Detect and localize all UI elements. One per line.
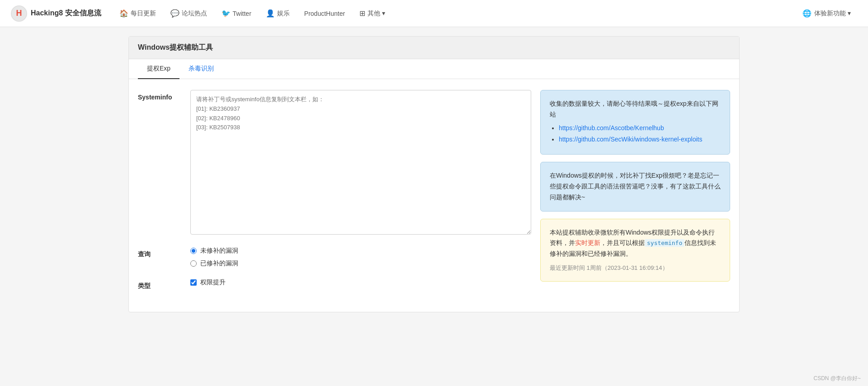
experience-label: 体验新功能 ▾ bbox=[814, 9, 851, 18]
info-box-2: 在Windows提权的时候，对比补丁找Exp很烦吧？老是忘记一些提权命令跟工具的… bbox=[540, 162, 730, 211]
checkbox-privilege-label: 权限提升 bbox=[200, 278, 226, 287]
nav-label-forum: 论坛热点 bbox=[182, 9, 207, 18]
chat-icon: 💬 bbox=[170, 9, 179, 18]
checkbox-privilege[interactable]: 权限提升 bbox=[190, 278, 531, 287]
nav-label-producthunter: ProductHunter bbox=[304, 10, 345, 17]
query-label: 查询 bbox=[138, 247, 183, 259]
systeminfo-row: Systeminfo bbox=[138, 90, 531, 236]
main-content: Systeminfo 查询 未修补的漏洞 bbox=[129, 79, 739, 312]
user-icon: 👤 bbox=[266, 9, 275, 18]
tab-antivirus[interactable]: 杀毒识别 bbox=[179, 59, 223, 79]
nav-menu: 🏠 每日更新 💬 论坛热点 🐦 Twitter 👤 娱乐 ProductHunt… bbox=[112, 0, 797, 27]
left-panel: Systeminfo 查询 未修补的漏洞 bbox=[138, 90, 531, 301]
page-header: Windows提权辅助工具 bbox=[129, 37, 739, 59]
type-control: 权限提升 bbox=[190, 278, 531, 287]
nav-label-other: 其他 ▾ bbox=[368, 9, 385, 18]
info-box-3-content: 本站提权辅助收录微软所有Windows权限提升以及命令执行资料，并实时更新，并且… bbox=[550, 227, 721, 259]
radio-patched-label: 已修补的漏洞 bbox=[200, 259, 238, 268]
navbar-right: 🌐 体验新功能 ▾ bbox=[796, 6, 857, 20]
info-box-3-code: systeminfo bbox=[645, 239, 684, 247]
nav-item-producthunter[interactable]: ProductHunter bbox=[297, 0, 352, 27]
nav-item-twitter[interactable]: 🐦 Twitter bbox=[214, 0, 259, 27]
kernelhub-link[interactable]: https://github.com/Ascotbe/Kernelhub bbox=[559, 124, 664, 132]
navbar: H Hacking8 安全信息流 🏠 每日更新 💬 论坛热点 🐦 Twitter… bbox=[0, 0, 868, 27]
systeminfo-control bbox=[190, 90, 531, 236]
nav-item-other[interactable]: ⊞ 其他 ▾ bbox=[352, 0, 392, 27]
page-container: Windows提权辅助工具 提权Exp 杀毒识别 Systeminfo 查询 bbox=[118, 36, 750, 312]
logo-icon: H bbox=[11, 5, 27, 22]
query-control: 未修补的漏洞 已修补的漏洞 bbox=[190, 247, 531, 268]
systeminfo-textarea[interactable] bbox=[190, 90, 531, 235]
tabs-bar: 提权Exp 杀毒识别 bbox=[129, 59, 739, 79]
radio-group: 未修补的漏洞 已修补的漏洞 bbox=[190, 247, 531, 268]
radio-unpatched-input[interactable] bbox=[190, 248, 197, 254]
page-title: Windows提权辅助工具 bbox=[138, 43, 730, 52]
radio-unpatched-label: 未修补的漏洞 bbox=[200, 247, 238, 255]
nav-label-entertainment: 娱乐 bbox=[277, 9, 290, 18]
info-box-1: 收集的数据量较大，请耐心等待结果哦～提权exp来自以下网站 https://gi… bbox=[540, 90, 730, 155]
type-label: 类型 bbox=[138, 278, 183, 290]
grid-icon: ⊞ bbox=[359, 9, 365, 18]
globe-icon: 🌐 bbox=[802, 9, 811, 18]
secwiki-link[interactable]: https://github.com/SecWiki/windows-kerne… bbox=[559, 136, 702, 143]
tab-exp[interactable]: 提权Exp bbox=[138, 59, 179, 79]
twitter-icon: 🐦 bbox=[222, 9, 231, 18]
type-row: 类型 权限提升 bbox=[138, 278, 531, 290]
query-row: 查询 未修补的漏洞 已修补的漏洞 bbox=[138, 247, 531, 268]
nav-item-entertainment[interactable]: 👤 娱乐 bbox=[259, 0, 297, 27]
info-box-3-footer: 最近更新时间 1周前（2023-01-31 16:09:14） bbox=[550, 263, 721, 273]
info-box-2-text: 在Windows提权的时候，对比补丁找Exp很烦吧？老是忘记一些提权命令跟工具的… bbox=[550, 170, 721, 202]
info-box-1-links: https://github.com/Ascotbe/Kernelhub htt… bbox=[550, 123, 721, 146]
nav-item-forum[interactable]: 💬 论坛热点 bbox=[163, 0, 214, 27]
info-box-1-text: 收集的数据量较大，请耐心等待结果哦～提权exp来自以下网站 bbox=[550, 99, 721, 120]
checkbox-privilege-input[interactable] bbox=[190, 279, 197, 286]
nav-label-daily: 每日更新 bbox=[131, 9, 156, 18]
brand-logo[interactable]: H Hacking8 安全信息流 bbox=[11, 5, 101, 22]
info-box-3-highlight: 实时更新 bbox=[575, 239, 600, 246]
home-icon: 🏠 bbox=[119, 9, 128, 18]
checkbox-group: 权限提升 bbox=[190, 278, 531, 287]
systeminfo-label: Systeminfo bbox=[138, 90, 183, 101]
nav-item-daily[interactable]: 🏠 每日更新 bbox=[112, 0, 163, 27]
brand-name: Hacking8 安全信息流 bbox=[31, 9, 101, 18]
content-card: Windows提权辅助工具 提权Exp 杀毒识别 Systeminfo 查询 bbox=[128, 36, 740, 312]
radio-patched-input[interactable] bbox=[190, 260, 197, 267]
nav-label-twitter: Twitter bbox=[233, 10, 251, 17]
radio-patched[interactable]: 已修补的漏洞 bbox=[190, 259, 531, 268]
right-panel: 收集的数据量较大，请耐心等待结果哦～提权exp来自以下网站 https://gi… bbox=[540, 90, 730, 301]
info-box-3: 本站提权辅助收录微软所有Windows权限提升以及命令执行资料，并实时更新，并且… bbox=[540, 219, 730, 282]
info-box-3-line2: ，并且可以根据 bbox=[600, 239, 645, 246]
radio-unpatched[interactable]: 未修补的漏洞 bbox=[190, 247, 531, 255]
experience-button[interactable]: 🌐 体验新功能 ▾ bbox=[796, 6, 857, 20]
